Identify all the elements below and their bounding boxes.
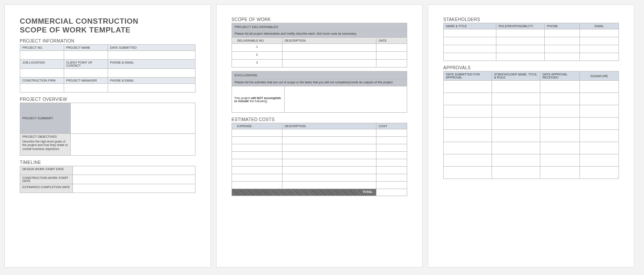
cost-expense[interactable] bbox=[232, 144, 282, 152]
cost-desc[interactable] bbox=[282, 144, 376, 152]
col-stake-email: EMAIL bbox=[580, 23, 619, 29]
stake-role[interactable] bbox=[496, 45, 545, 53]
stake-name[interactable] bbox=[444, 45, 496, 53]
col-deliverable-no: DELIVERABLE NO. bbox=[232, 38, 282, 44]
apprv-sign[interactable] bbox=[580, 118, 619, 130]
cost-expense[interactable] bbox=[232, 167, 282, 174]
apprv-stake[interactable] bbox=[492, 130, 540, 142]
deliverable-desc-3[interactable] bbox=[282, 60, 376, 68]
field-project-summary[interactable] bbox=[71, 103, 195, 134]
apprv-sign[interactable] bbox=[580, 130, 619, 142]
stake-phone[interactable] bbox=[545, 37, 580, 45]
stake-role[interactable] bbox=[496, 29, 545, 37]
cost-desc[interactable] bbox=[282, 174, 376, 182]
cost-desc[interactable] bbox=[282, 129, 376, 137]
field-project-name[interactable] bbox=[64, 51, 108, 60]
cost-expense[interactable] bbox=[232, 174, 282, 182]
cost-amount[interactable] bbox=[376, 182, 407, 189]
field-project-manager[interactable] bbox=[64, 84, 108, 93]
apprv-date-rec[interactable] bbox=[540, 118, 580, 130]
cost-expense[interactable] bbox=[232, 137, 282, 144]
field-construction-start[interactable] bbox=[73, 175, 195, 184]
stake-phone[interactable] bbox=[545, 53, 580, 61]
apprv-date-sub[interactable] bbox=[444, 130, 492, 142]
field-construction-firm[interactable] bbox=[20, 84, 64, 93]
field-project-objectives[interactable] bbox=[71, 134, 195, 156]
deliverable-date-1[interactable] bbox=[376, 44, 407, 52]
cost-desc[interactable] bbox=[282, 137, 376, 144]
apprv-sign[interactable] bbox=[580, 142, 619, 154]
cost-expense[interactable] bbox=[232, 159, 282, 167]
apprv-date-sub[interactable] bbox=[444, 154, 492, 167]
apprv-stake[interactable] bbox=[492, 154, 540, 167]
stake-phone[interactable] bbox=[545, 29, 580, 37]
apprv-date-rec[interactable] bbox=[540, 167, 580, 179]
stake-name[interactable] bbox=[444, 37, 496, 45]
cost-amount[interactable] bbox=[376, 144, 407, 152]
stake-email[interactable] bbox=[580, 45, 619, 53]
apprv-stake[interactable] bbox=[492, 93, 540, 105]
stake-email[interactable] bbox=[580, 37, 619, 45]
stake-role[interactable] bbox=[496, 53, 545, 61]
field-job-location[interactable] bbox=[20, 69, 64, 78]
apprv-sign[interactable] bbox=[580, 167, 619, 179]
apprv-sign[interactable] bbox=[580, 105, 619, 118]
apprv-date-sub[interactable] bbox=[444, 142, 492, 154]
field-project-no[interactable] bbox=[20, 51, 64, 60]
apprv-sign[interactable] bbox=[580, 154, 619, 167]
deliverable-date-2[interactable] bbox=[376, 52, 407, 60]
apprv-sign[interactable] bbox=[580, 93, 619, 105]
field-client-poc[interactable] bbox=[64, 69, 108, 78]
cost-amount[interactable] bbox=[376, 174, 407, 182]
apprv-date-sub[interactable] bbox=[444, 167, 492, 179]
apprv-date-sub[interactable] bbox=[444, 93, 492, 105]
stake-email[interactable] bbox=[580, 53, 619, 61]
cost-desc[interactable] bbox=[282, 167, 376, 174]
cost-amount[interactable] bbox=[376, 137, 407, 144]
apprv-stake[interactable] bbox=[492, 81, 540, 93]
apprv-date-sub[interactable] bbox=[444, 118, 492, 130]
cost-desc[interactable] bbox=[282, 152, 376, 159]
field-phone-email-1[interactable] bbox=[108, 69, 195, 78]
apprv-stake[interactable] bbox=[492, 105, 540, 118]
cost-expense[interactable] bbox=[232, 129, 282, 137]
stake-phone[interactable] bbox=[545, 45, 580, 53]
field-completion[interactable] bbox=[73, 184, 195, 193]
title-line-1: COMMERCIAL CONSTRUCTION bbox=[20, 17, 195, 26]
apprv-date-rec[interactable] bbox=[540, 142, 580, 154]
cost-amount[interactable] bbox=[376, 129, 407, 137]
stake-role[interactable] bbox=[496, 37, 545, 45]
label-client-poc: CLIENT POINT OF CONTACT bbox=[64, 60, 108, 69]
deliverable-date-3[interactable] bbox=[376, 60, 407, 68]
apprv-date-rec[interactable] bbox=[540, 154, 580, 167]
cost-desc[interactable] bbox=[282, 182, 376, 189]
apprv-date-rec[interactable] bbox=[540, 105, 580, 118]
apprv-date-sub[interactable] bbox=[444, 81, 492, 93]
cost-amount[interactable] bbox=[376, 159, 407, 167]
field-phone-email-2[interactable] bbox=[108, 84, 195, 93]
label-phone-email-2: PHONE & EMAIL bbox=[108, 78, 195, 84]
apprv-sign[interactable] bbox=[580, 81, 619, 93]
apprv-date-rec[interactable] bbox=[540, 130, 580, 142]
stake-email[interactable] bbox=[580, 29, 619, 37]
deliverable-desc-1[interactable] bbox=[282, 44, 376, 52]
stake-name[interactable] bbox=[444, 29, 496, 37]
apprv-stake[interactable] bbox=[492, 118, 540, 130]
cost-expense[interactable] bbox=[232, 182, 282, 189]
section-project-info: PROJECT INFORMATION bbox=[20, 39, 195, 43]
apprv-stake[interactable] bbox=[492, 167, 540, 179]
field-date-submitted[interactable] bbox=[108, 51, 195, 60]
apprv-date-rec[interactable] bbox=[540, 81, 580, 93]
cost-amount[interactable] bbox=[376, 167, 407, 174]
field-exclusions[interactable] bbox=[285, 86, 407, 113]
cost-expense[interactable] bbox=[232, 152, 282, 159]
col-apprv-date-rec: DATE APPROVAL RECEIVED bbox=[540, 71, 580, 81]
cost-desc[interactable] bbox=[282, 159, 376, 167]
cost-amount[interactable] bbox=[376, 152, 407, 159]
apprv-date-sub[interactable] bbox=[444, 105, 492, 118]
deliverable-desc-2[interactable] bbox=[282, 52, 376, 60]
field-design-start[interactable] bbox=[73, 166, 195, 175]
apprv-date-rec[interactable] bbox=[540, 93, 580, 105]
apprv-stake[interactable] bbox=[492, 142, 540, 154]
stake-name[interactable] bbox=[444, 53, 496, 61]
